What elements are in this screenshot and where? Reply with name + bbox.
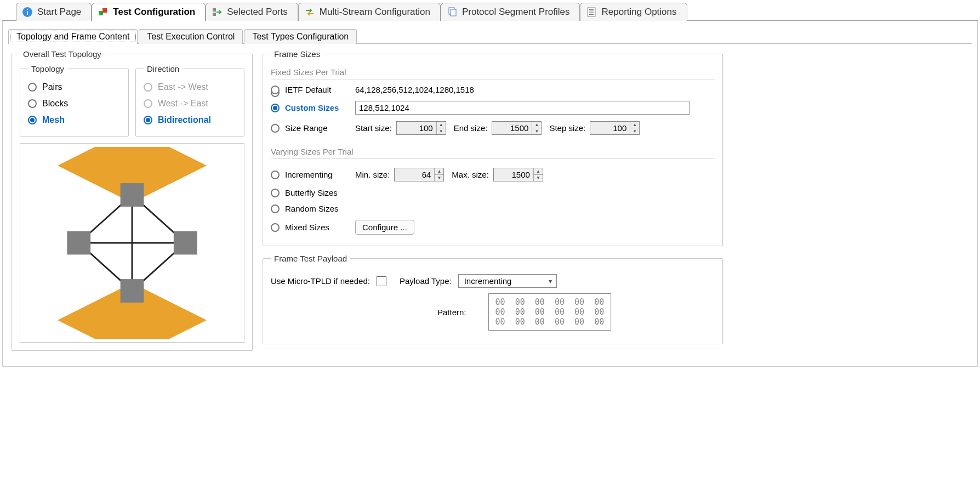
custom-sizes-input[interactable] (355, 101, 690, 115)
subtab-topology-frame[interactable]: Topology and Frame Content (8, 29, 138, 44)
svg-rect-3 (99, 11, 103, 15)
radio-label: Incrementing (285, 170, 333, 179)
svg-rect-8 (451, 9, 456, 16)
tab-selected-ports[interactable]: Selected Ports (206, 3, 298, 21)
svg-rect-22 (67, 231, 90, 255)
tab-test-configuration[interactable]: Test Configuration (92, 3, 206, 21)
end-size-stepper[interactable]: ▲▼ (492, 121, 542, 135)
radio-butterfly[interactable]: Butterfly Sizes (271, 185, 715, 201)
radio-mesh[interactable]: Mesh (28, 112, 121, 128)
group-legend: Frame Sizes (271, 49, 323, 59)
step-down-icon[interactable]: ▼ (532, 128, 541, 134)
radio-label: Mixed Sizes (285, 223, 329, 232)
step-up-icon[interactable]: ▲ (532, 122, 541, 128)
step-up-icon[interactable]: ▲ (630, 122, 639, 128)
tab-reporting-options[interactable]: Reporting Options (580, 3, 687, 21)
step-up-icon[interactable]: ▲ (534, 168, 543, 174)
report-icon (586, 7, 597, 18)
micro-tpld-checkbox[interactable] (377, 276, 386, 286)
topology-diagram (20, 143, 244, 343)
configure-mixed-button[interactable]: Configure ... (355, 220, 414, 235)
end-size-label: End size: (454, 123, 488, 133)
ports-arrow-icon (212, 7, 223, 18)
group-legend: Topology (28, 64, 67, 73)
max-size-label: Max. size: (452, 170, 489, 179)
svg-rect-11 (589, 12, 594, 13)
tab-label: Protocol Segment Profiles (462, 7, 570, 18)
radio-west-east: West -> East (144, 95, 236, 112)
tab-label: Start Page (37, 7, 81, 18)
step-size-input[interactable] (590, 122, 630, 134)
radio-random[interactable]: Random Sizes (271, 201, 715, 217)
tab-protocol-segments[interactable]: Protocol Segment Profiles (441, 3, 580, 21)
max-size-input[interactable] (494, 168, 533, 181)
end-size-input[interactable] (492, 122, 532, 134)
radio-incrementing[interactable]: Incrementing Min. size: ▲▼ (271, 164, 715, 185)
radio-icon (144, 99, 152, 108)
svg-rect-1 (27, 11, 28, 15)
radio-bidirectional[interactable]: Bidirectional (144, 112, 236, 128)
max-size-stepper[interactable]: ▲▼ (493, 168, 543, 181)
payload-type-select[interactable]: Incrementing ▾ (458, 274, 557, 288)
radio-east-west: East -> West (144, 79, 236, 95)
frame-sizes-group: Frame Sizes Fixed Sizes Per Trial IETF D… (263, 49, 723, 246)
micro-tpld-label: Use Micro-TPLD if needed: (271, 276, 370, 286)
radio-custom-sizes[interactable]: Custom Sizes (271, 98, 715, 118)
topology-group: Topology Pairs Blocks Mesh (20, 64, 129, 137)
radio-mixed[interactable]: Mixed Sizes Configure ... (271, 217, 715, 238)
radio-label: Custom Sizes (285, 103, 339, 112)
radio-label: East -> West (158, 82, 208, 92)
direction-group: Direction East -> West West -> East Bidi… (135, 64, 244, 137)
chevron-down-icon: ▾ (549, 277, 552, 285)
radio-icon (271, 223, 280, 232)
radio-label: IETF Default (285, 85, 331, 94)
start-size-stepper[interactable]: ▲▼ (396, 121, 446, 135)
radio-label: West -> East (158, 99, 208, 109)
payload-type-label: Payload Type: (400, 276, 452, 286)
radio-icon (271, 171, 280, 179)
subtab-execution-control[interactable]: Test Execution Control (139, 29, 243, 44)
step-size-stepper[interactable]: ▲▼ (590, 121, 640, 135)
section-varying-sizes: Varying Sizes Per Trial (271, 147, 715, 159)
radio-blocks[interactable]: Blocks (28, 95, 121, 112)
payload-type-value: Incrementing (464, 276, 512, 286)
svg-rect-23 (174, 231, 197, 255)
radio-label: Butterfly Sizes (285, 188, 338, 197)
cubes-icon (98, 7, 109, 18)
step-down-icon[interactable]: ▼ (534, 174, 543, 181)
sub-tab-strip: Topology and Frame Content Test Executio… (8, 29, 972, 44)
tab-multi-stream[interactable]: Multi-Stream Configuration (298, 3, 441, 21)
radio-label: Pairs (42, 82, 62, 92)
subtab-test-types[interactable]: Test Types Configuration (244, 29, 357, 44)
subtab-label: Topology and Frame Content (16, 32, 129, 41)
step-down-icon[interactable]: ▼ (630, 128, 639, 134)
svg-rect-10 (589, 9, 594, 10)
svg-rect-2 (27, 9, 28, 10)
tab-label: Selected Ports (227, 7, 288, 18)
step-up-icon[interactable]: ▲ (437, 122, 446, 128)
radio-pairs[interactable]: Pairs (28, 79, 121, 95)
svg-rect-4 (102, 8, 107, 13)
svg-rect-12 (589, 14, 594, 15)
radio-size-range[interactable]: Size Range Start size: ▲▼ (271, 118, 715, 138)
radio-icon (28, 99, 37, 108)
double-arrow-icon (304, 7, 315, 18)
step-up-icon[interactable]: ▲ (435, 168, 443, 174)
min-size-input[interactable] (395, 168, 434, 181)
radio-icon (28, 116, 37, 124)
radio-icon (271, 104, 280, 112)
tab-start-page[interactable]: Start Page (16, 3, 92, 21)
step-down-icon[interactable]: ▼ (435, 174, 443, 181)
min-size-stepper[interactable]: ▲▼ (394, 168, 444, 181)
radio-label: Size Range (285, 123, 328, 133)
group-legend: Frame Test Payload (271, 254, 350, 263)
step-down-icon[interactable]: ▼ (437, 128, 446, 134)
tab-label: Multi-Stream Configuration (320, 7, 430, 18)
subtab-label: Test Execution Control (147, 32, 235, 41)
svg-rect-24 (121, 279, 144, 303)
pattern-value[interactable]: 00 00 00 00 00 00 00 00 00 00 00 00 00 0… (488, 293, 612, 331)
radio-label: Bidirectional (158, 115, 211, 125)
radio-label: Blocks (42, 99, 68, 109)
start-size-input[interactable] (397, 122, 436, 134)
group-legend: Direction (144, 64, 183, 73)
